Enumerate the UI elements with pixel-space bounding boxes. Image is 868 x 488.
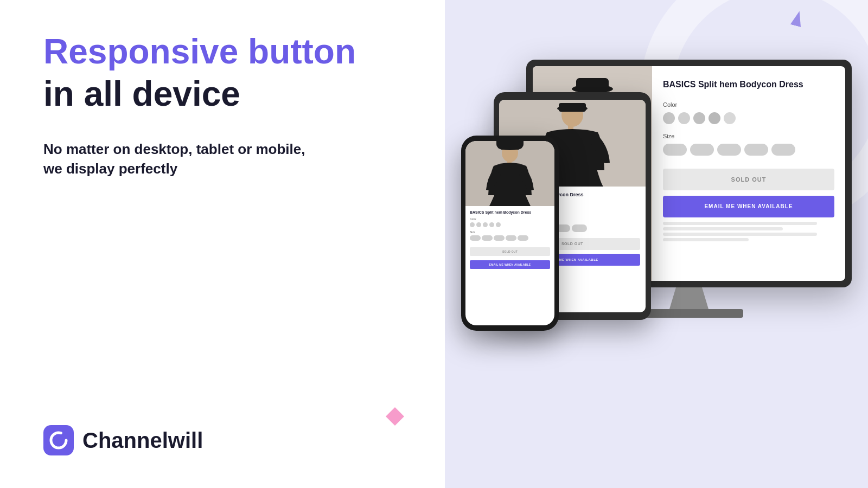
m-swatch-3[interactable]: [483, 222, 488, 227]
svg-rect-4: [576, 78, 609, 91]
svg-rect-16: [559, 103, 586, 112]
devices-container: BASICS Split hem Bodycon Dress Color Siz…: [461, 38, 852, 450]
right-panel: BASICS Split hem Bodycon Dress Color Siz…: [445, 0, 868, 488]
size-s[interactable]: [690, 144, 714, 156]
m-size-l[interactable]: [506, 235, 516, 241]
headline-line1: Responsive button: [43, 33, 401, 70]
t-size-xl[interactable]: [572, 224, 587, 232]
brand-name: Channelwill: [82, 428, 203, 453]
mobile-product-details: BASICS Split hem Bodycon Dress Color Siz…: [465, 206, 554, 273]
size-xl[interactable]: [771, 144, 795, 156]
desktop-color-label: Color: [663, 101, 834, 108]
mobile-device: BASICS Split hem Bodycon Dress Color Siz…: [461, 136, 559, 331]
monitor-base: [635, 309, 743, 318]
desktop-product-title: BASICS Split hem Bodycon Dress: [663, 79, 834, 91]
color-swatch-2[interactable]: [678, 112, 690, 124]
subtitle-text: No matter on desktop, tablet or mobile, …: [43, 139, 326, 179]
desc-line-3: [663, 233, 817, 236]
m-swatch-1[interactable]: [470, 222, 475, 227]
monitor-stand: [656, 287, 722, 309]
desktop-size-swatches: [663, 144, 834, 156]
desc-line-2: [663, 227, 783, 230]
brand-icon: [43, 425, 74, 455]
desktop-color-swatches: [663, 112, 834, 124]
color-swatch-3[interactable]: [693, 112, 705, 124]
m-size-xs[interactable]: [470, 235, 481, 241]
mobile-size-swatches: [470, 235, 550, 241]
desktop-size-label: Size: [663, 133, 834, 139]
size-l[interactable]: [744, 144, 768, 156]
desc-line-4: [663, 238, 749, 241]
desktop-sold-out-button[interactable]: SOLD OUT: [663, 169, 834, 190]
mobile-outer: BASICS Split hem Bodycon Dress Color Siz…: [461, 136, 559, 331]
mobile-product-title: BASICS Split hem Bodycon Dress: [470, 210, 550, 214]
svg-point-0: [51, 433, 66, 448]
m-size-s[interactable]: [482, 235, 493, 241]
color-swatch-1[interactable]: [663, 112, 675, 124]
desktop-email-button[interactable]: EMAIL ME WHEN AVAILABLE: [663, 196, 834, 217]
mobile-color-label: Color: [470, 217, 550, 221]
decorative-diamond: [386, 407, 404, 426]
brand-container: Channelwill: [43, 425, 401, 455]
mobile-sold-out-button[interactable]: SOLD OUT: [470, 247, 550, 256]
mobile-email-button[interactable]: EMAIL ME WHEN AVAILABLE: [470, 260, 550, 269]
mobile-size-label: Size: [470, 230, 550, 234]
desktop-product-details: BASICS Split hem Bodycon Dress Color Siz…: [652, 66, 845, 281]
mobile-notch: [496, 141, 524, 149]
size-m[interactable]: [717, 144, 741, 156]
m-swatch-4[interactable]: [489, 222, 494, 227]
m-size-xl[interactable]: [518, 235, 528, 241]
mobile-screen: BASICS Split hem Bodycon Dress Color Siz…: [465, 141, 554, 325]
m-size-m[interactable]: [494, 235, 505, 241]
mobile-product-image: [465, 141, 554, 206]
size-xs[interactable]: [663, 144, 687, 156]
headline-line2: in all device: [43, 75, 401, 113]
m-swatch-2[interactable]: [476, 222, 481, 227]
color-swatch-5[interactable]: [724, 112, 736, 124]
mobile-color-swatches: [470, 222, 550, 227]
m-swatch-5[interactable]: [496, 222, 501, 227]
desc-line-1: [663, 222, 817, 225]
color-swatch-4[interactable]: [709, 112, 720, 124]
desktop-desc-lines: [663, 222, 834, 241]
left-panel: Responsive button in all device No matte…: [0, 0, 445, 488]
